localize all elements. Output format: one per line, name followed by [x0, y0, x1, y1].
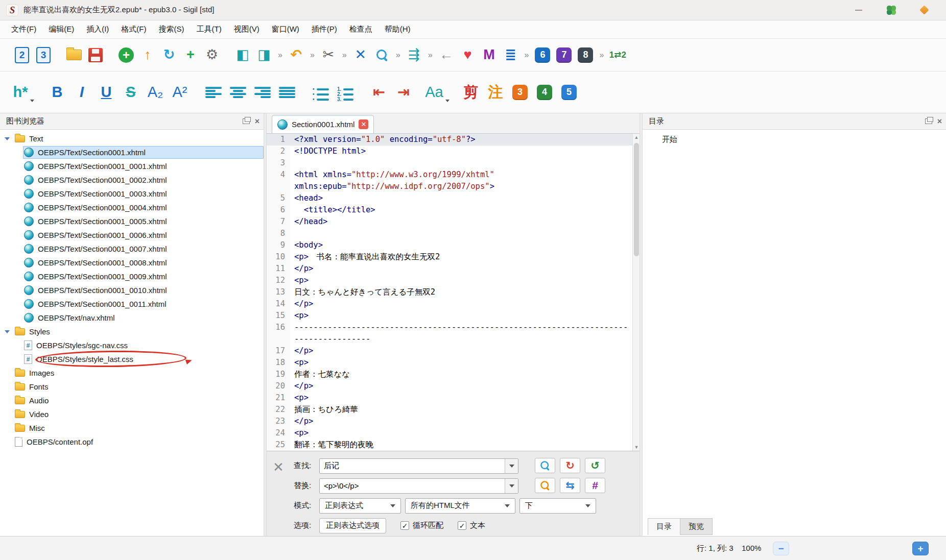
plugin-jian-button[interactable]: 剪 [459, 79, 483, 106]
tree-file[interactable]: OEBPS/Text/Section0001.xhtml [0, 145, 264, 159]
text-checkbox[interactable]: ✓ [458, 521, 466, 530]
plugin-5-button[interactable]: 5 [557, 79, 581, 106]
tree-folder[interactable]: Audio [0, 394, 264, 407]
find-input[interactable] [320, 459, 505, 473]
find-panel-close-icon[interactable]: ✕ [273, 460, 284, 474]
maximize-button[interactable] [884, 4, 899, 17]
tree-folder[interactable]: Images [0, 366, 264, 380]
code-line[interactable]: 22插画：ちひろ綺華 [267, 404, 632, 416]
bold-button[interactable]: B [45, 79, 69, 106]
overflow-chevron[interactable]: » [275, 51, 286, 60]
code-line[interactable]: 4<html xmlns="http://www.w3.org/1999/xht… [267, 169, 632, 192]
heading-style-button[interactable]: h* [11, 79, 36, 106]
tree-file[interactable]: OEBPS/Text/Section0001_0008.xhtml [0, 256, 264, 270]
close-panel-icon[interactable]: × [937, 117, 942, 126]
code-line[interactable]: 7</head> [267, 216, 632, 228]
menu-tools[interactable]: 工具(T) [190, 21, 227, 37]
zoom-in-button[interactable]: + [912, 542, 929, 555]
overflow-chevron[interactable]: » [339, 51, 350, 60]
plugin-zhu-button[interactable]: 注 [483, 79, 508, 106]
find-cycle-button[interactable]: ↻ [560, 458, 580, 473]
tree-file[interactable]: OEBPS/Text/Section0001_0006.xhtml [0, 228, 264, 242]
align-justify-button[interactable] [275, 79, 299, 106]
float-panel-icon[interactable] [243, 118, 250, 124]
direction-select[interactable]: 下 [519, 498, 596, 514]
find-next-button[interactable] [535, 458, 555, 473]
code-line[interactable]: 1<?xml version="1.0" encoding="utf-8"?> [267, 134, 632, 145]
find-magnifier-button[interactable] [371, 43, 393, 67]
float-panel-icon[interactable] [925, 118, 932, 124]
bullet-list-button[interactable]: ••• [309, 79, 333, 106]
new-epub3-button[interactable]: 3 [33, 43, 54, 67]
outdent-button[interactable]: ⇤ [367, 79, 391, 106]
code-line[interactable]: 20</p> [267, 380, 632, 392]
plugin-3-button[interactable]: 3 [508, 79, 532, 106]
checkpoint-restore-button[interactable]: ↻ [158, 43, 180, 67]
tab-toc[interactable]: 目录 [648, 518, 680, 535]
code-line[interactable]: 10<p> 书名：能率直说出喜欢的女生无双2 [267, 251, 632, 263]
back-arrow-button[interactable]: ← [436, 43, 457, 67]
tree-file[interactable]: OEBPS/Text/Section0001_0004.xhtml [0, 201, 264, 214]
plugin-8-button[interactable]: 8 [575, 43, 596, 67]
code-line[interactable]: 15<p> [267, 310, 632, 322]
twisty-expanded-icon[interactable] [5, 137, 10, 140]
overflow-chevron[interactable]: » [596, 51, 607, 60]
zoom-out-button[interactable]: − [773, 542, 789, 555]
code-line[interactable]: 21<p> [267, 392, 632, 404]
scroll-up-icon[interactable]: ▲ [633, 134, 640, 141]
preferences-gear-button[interactable]: ⚙ [201, 43, 223, 67]
menu-format[interactable]: 格式(F) [115, 21, 152, 37]
code-line[interactable]: 12<p> [267, 275, 632, 286]
overflow-chevron[interactable]: » [307, 51, 318, 60]
tree-folder[interactable]: Misc [0, 421, 264, 435]
tab-preview[interactable]: 预览 [680, 518, 713, 535]
plugin-m-button[interactable]: M [479, 43, 500, 67]
code-line[interactable]: 19作者：七菜なな [267, 369, 632, 380]
checkpoint-commit-button[interactable]: ↑ [137, 43, 158, 67]
wrap-checkbox[interactable]: ✓ [400, 521, 409, 530]
code-line[interactable]: 9<body> [267, 239, 632, 251]
indent-button[interactable]: ⇥ [391, 79, 416, 106]
mode-select[interactable]: 正则表达式 [319, 498, 401, 514]
donate-heart-button[interactable]: ♥ [457, 43, 479, 67]
save-button[interactable] [85, 43, 106, 67]
tree-file[interactable]: OEBPS/Text/Section0001_0005.xhtml [0, 214, 264, 228]
code-line[interactable]: 13日文：ちゃんと好きって言える子無双2 [267, 286, 632, 298]
menu-search[interactable]: 搜索(S) [152, 21, 190, 37]
regex-options-button[interactable]: 正则表达式选项 [319, 518, 386, 533]
tab-close-icon[interactable]: ✕ [359, 119, 368, 129]
code-line[interactable]: 3 [267, 157, 632, 169]
code-line[interactable]: 18<p> [267, 357, 632, 369]
replace-input[interactable] [320, 479, 505, 493]
find-dropdown-button[interactable] [505, 459, 518, 473]
close-panel-icon[interactable]: × [255, 117, 259, 126]
align-right-button[interactable] [250, 79, 275, 106]
italic-button[interactable]: I [69, 79, 94, 106]
find-restart-button[interactable]: ↺ [585, 458, 605, 473]
tree-file[interactable]: #OEBPS/Styles/style_last.css [0, 352, 264, 366]
tree-file[interactable]: OEBPS/Text/nav.xhtml [0, 311, 264, 325]
overflow-chevron[interactable]: » [425, 51, 436, 60]
plugin-4-button[interactable]: 4 [532, 79, 557, 106]
superscript-button[interactable]: A² [168, 79, 192, 106]
code-line[interactable]: 2<!DOCTYPE html> [267, 145, 632, 157]
menu-insert[interactable]: 插入(I) [80, 21, 115, 37]
delete-x-button[interactable]: ✕ [350, 43, 371, 67]
code-line[interactable]: 8 [267, 228, 632, 239]
strikethrough-button[interactable]: S [119, 79, 143, 106]
tree-file[interactable]: OEBPS/Text/Section0001_0007.xhtml [0, 242, 264, 256]
code-line[interactable]: 23</p> [267, 416, 632, 427]
menu-plugins[interactable]: 插件(P) [305, 21, 343, 37]
code-line[interactable]: 6 <title></title> [267, 204, 632, 216]
plugin-7-button[interactable]: 7 [553, 43, 575, 67]
split-marker-button[interactable]: ◨ [253, 43, 275, 67]
tree-file[interactable]: #OEBPS/Styles/sgc-nav.css [0, 338, 264, 352]
code-line[interactable]: 11</p> [267, 263, 632, 275]
code-line[interactable]: 17</p> [267, 345, 632, 357]
code-line[interactable]: 14</p> [267, 298, 632, 310]
count-occurrences-button[interactable]: # [585, 478, 605, 493]
code-line[interactable]: 25翻译：笔下黎明的夜晚 [267, 439, 632, 451]
undo-button[interactable]: ↶ [286, 43, 307, 67]
editor-scrollbar[interactable]: ▲ ▼ [632, 134, 640, 451]
menu-view[interactable]: 视图(V) [228, 21, 266, 37]
